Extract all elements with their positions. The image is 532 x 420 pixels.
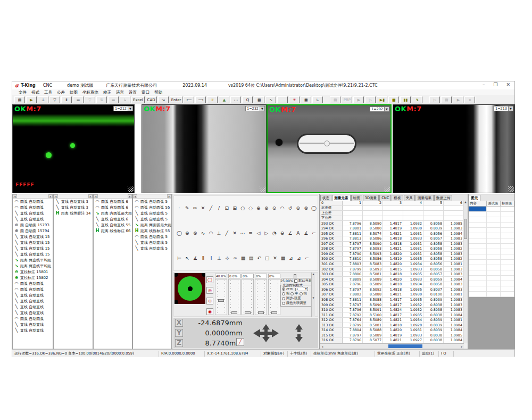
maximize-button[interactable]: ❐ xyxy=(493,82,497,87)
sync-intensity-radio[interactable] xyxy=(282,297,285,300)
tool-icon-1-15[interactable]: A xyxy=(294,229,302,237)
resize-grip-icon[interactable] xyxy=(260,186,265,192)
resize-grip-icon[interactable] xyxy=(384,186,390,192)
table-row[interactable]: 308 OK7.88118.50881.48171.09350.80391.09… xyxy=(320,298,464,303)
list-item[interactable]: H距离 线性标注 34 xyxy=(54,210,93,216)
master-light-slider[interactable] xyxy=(281,274,314,278)
level-mid-radio[interactable] xyxy=(290,292,294,295)
list-item[interactable]: ╲直线 自动直线 xyxy=(13,310,53,316)
scroll-left-icon[interactable]: ◂ xyxy=(133,194,137,198)
resize-grip-icon[interactable] xyxy=(508,186,514,192)
tool-icon-1-12[interactable]: ◔ xyxy=(271,229,278,237)
menu-item-4[interactable]: 绘图 xyxy=(70,90,78,95)
table-row[interactable]: 311 OK7.87928.51001.48171.09350.80381.09… xyxy=(320,312,464,318)
list-item[interactable]: ◠圆弧 自动圆弧 6 xyxy=(94,199,132,204)
tool-icon-0-8[interactable]: ○ xyxy=(239,204,246,212)
detail-row[interactable] xyxy=(469,238,514,244)
tool-icon-0-1[interactable]: ✎ xyxy=(184,204,191,212)
tolerance-row[interactable]: 上公差 xyxy=(320,211,464,216)
chevron-down-icon[interactable]: ▼ xyxy=(260,106,264,111)
tool-icon-1-1[interactable]: ⊕ xyxy=(184,229,191,237)
list-item[interactable]: H距离 线性标注 55 xyxy=(133,228,171,234)
table-row[interactable]: 303 OK7.88068.50811.48181.09350.80571.09… xyxy=(320,272,464,277)
detail-row[interactable] xyxy=(469,270,514,276)
scroll-right-icon[interactable]: ▸ xyxy=(167,194,171,198)
toolbar-dashes-button[interactable]: - - xyxy=(230,96,241,103)
detail-row[interactable] xyxy=(469,207,514,212)
list-item[interactable]: ╲直线 自动直线 xyxy=(13,327,53,333)
xy-jog-arrows[interactable] xyxy=(252,323,311,343)
scroll-left-icon[interactable]: ◂ xyxy=(13,194,17,198)
scroll-left-icon[interactable]: ◂ xyxy=(320,345,325,348)
tool-icon-2-10[interactable]: ↶ xyxy=(255,254,263,262)
table-row[interactable]: 306 OK7.87978.50921.48181.09350.80371.09… xyxy=(320,287,464,293)
tab-4[interactable]: CNC xyxy=(379,195,391,201)
toolbar-bulb-icon[interactable]: ☼ xyxy=(207,96,218,103)
list-item[interactable]: ╲直线 自动直线 5 xyxy=(133,216,171,222)
table-row[interactable]: 305 OK7.87968.50891.48181.09340.80581.09… xyxy=(320,282,464,287)
ring-segment-4-button[interactable]: ◉ xyxy=(206,308,213,315)
slider-thumb[interactable] xyxy=(258,311,264,314)
tool-icon-2-4[interactable]: Ⅰ xyxy=(207,254,215,262)
tool-icon-0-6[interactable]: ⊡ xyxy=(223,204,230,212)
tab-1[interactable]: 测量元素 xyxy=(332,195,350,201)
menu-item-3[interactable]: 公差 xyxy=(57,90,65,95)
table-row[interactable]: 298 OK7.87978.50931.48211.09310.80581.09… xyxy=(320,246,464,252)
table-row[interactable]: 314 OK7.88048.50881.48201.09310.80391.09… xyxy=(320,328,464,333)
slider-thumb[interactable] xyxy=(218,299,224,302)
list-item[interactable]: ╲直线 自动直线 xyxy=(13,298,53,304)
tool-icon-1-6[interactable]: ╱ xyxy=(223,229,230,237)
detail-row[interactable] xyxy=(469,212,514,217)
list-item[interactable]: ◠圆弧 自动圆弧 xyxy=(13,199,53,204)
list-item[interactable]: ◠圆弧 自动圆弧 6 xyxy=(94,204,132,210)
toolbar-edge-tool-icon[interactable]: ⊥ xyxy=(38,96,48,103)
default-mode-checkbox[interactable] xyxy=(294,279,297,283)
camera-gain-box[interactable]: 1=213▼ xyxy=(494,106,513,111)
ring-segment-3-button[interactable]: ⊙ xyxy=(206,298,213,304)
tool-icon-1-17[interactable]: ⌐ xyxy=(310,229,318,237)
detail-row[interactable] xyxy=(469,286,514,292)
detail-row[interactable] xyxy=(469,260,514,265)
list-item[interactable]: ╲直线 自动直线 15 xyxy=(13,234,53,240)
slider-track[interactable] xyxy=(215,279,227,315)
tool-icon-0-2[interactable]: ✏ xyxy=(192,204,199,212)
chevron-down-icon[interactable]: ▼ xyxy=(128,106,132,111)
table-row[interactable]: 295 OK7.88118.50741.48211.09310.80561.09… xyxy=(320,231,464,236)
menu-item-10[interactable]: 帮助 xyxy=(154,90,162,95)
detail-row[interactable] xyxy=(469,281,514,286)
scroll-right-icon[interactable]: ▸ xyxy=(48,194,53,198)
scroll-right-icon[interactable]: ▸ xyxy=(88,194,93,198)
tool-icon-1-5[interactable]: ⊥ xyxy=(215,229,222,237)
toolbar-open-icon[interactable]: ▶ xyxy=(26,96,37,103)
tool-icon-2-11[interactable]: □ xyxy=(263,254,271,262)
tool-icon-0-14[interactable]: ↺ xyxy=(286,204,294,212)
table-row[interactable]: 310 OK7.87968.50911.48241.09320.80381.09… xyxy=(320,308,464,313)
tool-icon-1-3[interactable]: ∿ xyxy=(200,229,207,237)
toolbar-enter-button[interactable]: Enter xyxy=(170,96,183,103)
camera-view-2[interactable]: OKM:7 1=232▼ xyxy=(142,104,267,193)
table-row[interactable]: 315 OK7.87978.50891.48191.09330.80381.09… xyxy=(320,333,464,339)
list-item[interactable]: ◠圆弧 自动圆弧 xyxy=(13,204,53,210)
camera-view-4[interactable]: OKM:7 1=213▼ xyxy=(393,104,515,193)
scroll-thumb[interactable] xyxy=(464,219,467,239)
list-hscrollbar[interactable]: ◂▸ xyxy=(94,194,132,199)
list-item[interactable]: ╲直线 自动直线 xyxy=(13,292,53,298)
toolbar-image-icon[interactable]: ▲ xyxy=(219,96,229,103)
menu-item-6[interactable]: 校正 xyxy=(103,90,111,95)
detail-row[interactable] xyxy=(469,217,514,223)
tool-icon-1-14[interactable]: ∠ xyxy=(286,229,294,237)
tool-icon-0-0[interactable]: · xyxy=(176,204,183,212)
grid-horizontal-scrollbar[interactable]: ◂▸ xyxy=(320,343,464,349)
tool-icon-0-17[interactable]: ◯ xyxy=(310,204,318,212)
table-row[interactable]: 309 OK7.87978.50901.48171.09320.80381.09… xyxy=(320,302,464,308)
grid-vertical-scrollbar[interactable]: ▲ xyxy=(463,201,468,343)
tool-icon-0-12[interactable]: ⊙ xyxy=(271,204,278,212)
table-row[interactable]: 302 OK7.87998.50931.48151.09330.80581.09… xyxy=(320,267,464,272)
tool-icon-2-12[interactable]: ✕ xyxy=(271,254,279,262)
toolbar-stop-icon[interactable]: ■ xyxy=(388,96,399,103)
tool-icon-1-8[interactable]: ⋯ xyxy=(239,229,246,237)
table-row[interactable]: 313 OK7.87998.50811.48181.09280.80391.09… xyxy=(320,323,464,328)
chevron-down-icon[interactable]: ▼ xyxy=(508,106,513,111)
detail-row[interactable] xyxy=(469,223,514,228)
list-item[interactable]: ╲直线 自动直线 5 xyxy=(133,245,171,251)
